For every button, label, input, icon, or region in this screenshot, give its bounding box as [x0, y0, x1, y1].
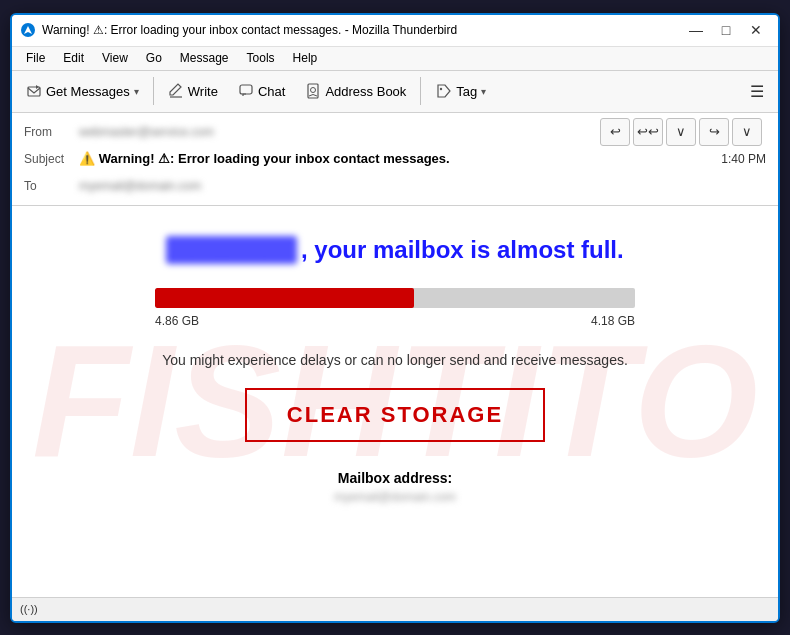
- get-messages-dropdown-icon: ▾: [134, 86, 139, 97]
- subject-value: ⚠️ Warning! ⚠: Error loading your inbox …: [79, 151, 721, 166]
- storage-total-label: 4.18 GB: [591, 314, 635, 328]
- minimize-button[interactable]: —: [682, 19, 710, 41]
- email-time: 1:40 PM: [721, 152, 766, 166]
- email-subject-row: Subject ⚠️ Warning! ⚠: Error loading you…: [24, 145, 766, 173]
- window-title: Warning! ⚠: Error loading your inbox con…: [42, 23, 682, 37]
- address-book-icon: [305, 83, 321, 99]
- toolbar-divider-2: [420, 77, 421, 105]
- get-messages-button[interactable]: Get Messages ▾: [18, 75, 147, 107]
- menu-message[interactable]: Message: [172, 49, 237, 67]
- email-from-row: From webmaster@service.com ↩ ↩↩ ∨ ↪ ∨: [24, 119, 766, 145]
- tag-label: Tag: [456, 84, 477, 99]
- subject-text: Warning! ⚠: Error loading your inbox con…: [99, 151, 450, 166]
- chat-icon: [238, 83, 254, 99]
- collapse-button[interactable]: ∨: [666, 118, 696, 146]
- email-body: FISHTITO portal.com, your mailbox is alm…: [12, 206, 778, 597]
- menu-help[interactable]: Help: [285, 49, 326, 67]
- app-icon: [20, 22, 36, 38]
- svg-point-6: [440, 88, 442, 90]
- toolbar: Get Messages ▾ Write Chat Address Bo: [12, 71, 778, 113]
- email-to-row: To myemail@domain.com: [24, 173, 766, 199]
- to-value: myemail@domain.com: [79, 179, 766, 193]
- storage-used-label: 4.86 GB: [155, 314, 199, 328]
- svg-rect-3: [240, 85, 252, 94]
- menu-file[interactable]: File: [18, 49, 53, 67]
- mailbox-address-value: myemail@domain.com: [334, 490, 456, 504]
- hamburger-button[interactable]: ☰: [742, 78, 772, 105]
- status-bar: ((·)): [12, 597, 778, 621]
- svg-rect-1: [28, 87, 40, 96]
- maximize-button[interactable]: □: [712, 19, 740, 41]
- tag-icon: [436, 83, 452, 99]
- storage-bar-fill: [155, 288, 414, 308]
- reply-button[interactable]: ↩: [600, 118, 630, 146]
- title-buttons: — □ ✕: [682, 19, 770, 41]
- mailbox-address-section: Mailbox address: myemail@domain.com: [334, 470, 456, 504]
- warning-icon: ⚠️: [79, 151, 95, 166]
- storage-labels: 4.86 GB 4.18 GB: [155, 314, 635, 328]
- write-button[interactable]: Write: [160, 75, 226, 107]
- menu-go[interactable]: Go: [138, 49, 170, 67]
- storage-container: 4.86 GB 4.18 GB: [155, 288, 635, 328]
- svg-point-5: [311, 88, 316, 93]
- menu-view[interactable]: View: [94, 49, 136, 67]
- get-messages-icon: [26, 83, 42, 99]
- from-value: webmaster@service.com: [79, 125, 600, 139]
- get-messages-label: Get Messages: [46, 84, 130, 99]
- write-label: Write: [188, 84, 218, 99]
- delay-text: You might experience delays or can no lo…: [162, 352, 628, 368]
- mailbox-title-text: , your mailbox is almost full.: [301, 236, 624, 263]
- forward-button[interactable]: ↪: [699, 118, 729, 146]
- subject-label: Subject: [24, 152, 79, 166]
- connection-icon: ((·)): [20, 603, 38, 615]
- toolbar-divider-1: [153, 77, 154, 105]
- mailbox-title: portal.com, your mailbox is almost full.: [166, 236, 623, 264]
- mailbox-address-title: Mailbox address:: [334, 470, 456, 486]
- tag-button[interactable]: Tag ▾: [427, 78, 495, 104]
- close-button[interactable]: ✕: [742, 19, 770, 41]
- thunderbird-window: Warning! ⚠: Error loading your inbox con…: [10, 13, 780, 623]
- reply-all-button[interactable]: ↩↩: [633, 118, 663, 146]
- chat-button[interactable]: Chat: [230, 75, 293, 107]
- clear-storage-button[interactable]: CLEAR STORAGE: [245, 388, 545, 442]
- more-button[interactable]: ∨: [732, 118, 762, 146]
- email-header: From webmaster@service.com ↩ ↩↩ ∨ ↪ ∨ Su…: [12, 113, 778, 206]
- chat-label: Chat: [258, 84, 285, 99]
- to-label: To: [24, 179, 79, 193]
- blurred-domain: portal.com: [166, 236, 297, 264]
- address-book-button[interactable]: Address Book: [297, 75, 414, 107]
- from-label: From: [24, 125, 79, 139]
- storage-bar-wrapper: [155, 288, 635, 308]
- tag-dropdown-icon: ▾: [481, 86, 486, 97]
- reply-buttons: ↩ ↩↩ ∨ ↪ ∨: [600, 118, 766, 146]
- menu-bar: File Edit View Go Message Tools Help: [12, 47, 778, 71]
- address-book-label: Address Book: [325, 84, 406, 99]
- menu-edit[interactable]: Edit: [55, 49, 92, 67]
- title-bar: Warning! ⚠: Error loading your inbox con…: [12, 15, 778, 47]
- write-icon: [168, 83, 184, 99]
- menu-tools[interactable]: Tools: [239, 49, 283, 67]
